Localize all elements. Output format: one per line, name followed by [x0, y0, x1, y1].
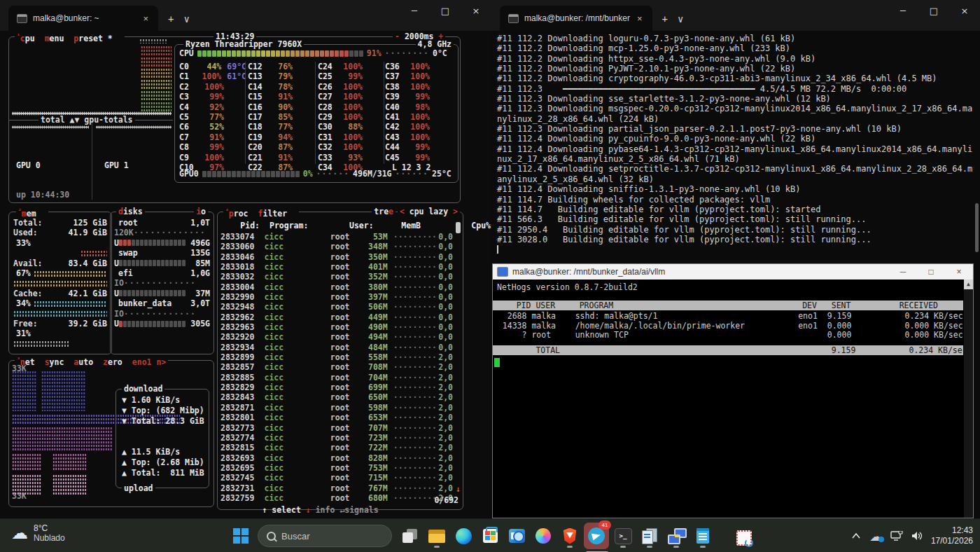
process-row[interactable]: 2832920ciccroot494M·········0,0	[220, 332, 453, 342]
log-line: #11 112.4 Downloading sniffio-1.3.1-py3-…	[497, 184, 976, 194]
process-panel-title[interactable]: ⁴procfilter	[223, 207, 299, 219]
tray-overflow-app-icon[interactable]	[736, 530, 752, 546]
mail-icon[interactable]	[504, 523, 529, 548]
tabbar-right: malka@bunker: /mnt/bunker × + ∨ ─ □ ×	[491, 0, 980, 31]
gpu0-label: GPU 0	[16, 160, 41, 170]
process-row[interactable]: 2832885ciccroot704M·········2,0	[220, 373, 453, 382]
scroll-down-icon[interactable]: ↓	[456, 484, 461, 494]
process-row[interactable]: 2832962ciccroot449M·········0,0	[220, 312, 453, 322]
upload-total: ▲ Total: 811 MiB	[122, 468, 204, 478]
volume-icon[interactable]	[911, 531, 923, 541]
weather-temp: 8°C	[34, 523, 65, 533]
process-row[interactable]: 2832948ciccroot506M·········0,0	[220, 302, 453, 312]
process-row[interactable]: 2832773ciccroot707M·········2,0	[220, 423, 453, 433]
disks-panel-title[interactable]: disks	[116, 207, 145, 216]
download-total: ▼ Total: 28.3 GiB	[122, 416, 204, 426]
cpu-panel: ¹cpumenupreset * 11:43:29 - 2000ms + tot…	[8, 36, 461, 203]
telegram-icon[interactable]: 41	[584, 523, 609, 548]
minimize-button[interactable]: ─	[889, 267, 917, 277]
process-row[interactable]: 2832731ciccroot767M·········2,0	[220, 483, 453, 493]
process-row[interactable]: 2833018ciccroot401M·········0,0	[220, 262, 453, 272]
process-row[interactable]: 2833032ciccroot352M·········0,0	[220, 272, 453, 282]
weather-condition: Nublado	[34, 533, 65, 543]
edge-icon[interactable]	[451, 523, 476, 548]
tab-dropdown-icon[interactable]: ∨	[678, 13, 683, 25]
nethogs-scrollbar[interactable]: ▲	[964, 280, 973, 518]
close-button[interactable]: ×	[949, 0, 980, 24]
memory-panel-title[interactable]: ²mem	[16, 207, 48, 219]
download-speed: ▼ 1.60 KiB/s	[122, 395, 180, 405]
process-row[interactable]: 2832695ciccroot753M·········2,0	[220, 463, 453, 473]
log-line: #11 112.4 Downloading pybase64-1.4.3-cp3…	[497, 144, 976, 165]
tree-toggle[interactable]: tree	[372, 207, 396, 216]
tab-right[interactable]: malka@bunker: /mnt/bunker ×	[500, 6, 652, 31]
minimize-button[interactable]: ─	[399, 0, 430, 24]
log-line: #11 112.2 Downloading cryptography-46.0.…	[497, 74, 976, 83]
process-row[interactable]: 2832693ciccroot828M·········2,0	[220, 453, 453, 463]
nethogs-total-row: TOTAL 9.159 0.234 KB/sec	[493, 345, 963, 355]
close-button[interactable]: ×	[945, 267, 973, 277]
log-line: #11 112.3 Downloading msgspec-0.20.0-cp3…	[497, 104, 976, 124]
file-explorer-icon[interactable]	[424, 523, 449, 548]
terminal-scrollbar-thumb[interactable]	[975, 203, 979, 252]
process-row[interactable]: 2833004ciccroot380M·········0,0	[220, 282, 453, 292]
maximize-button[interactable]: □	[917, 267, 945, 277]
winscp-icon[interactable]	[637, 523, 662, 548]
tab-title: malka@bunker: ~	[33, 13, 99, 23]
weather-widget[interactable]: ☁ 8°C Nublado	[11, 523, 65, 543]
close-button[interactable]: ×	[461, 0, 491, 24]
start-button[interactable]	[228, 523, 253, 548]
gpu1-graph-dots	[96, 125, 172, 129]
process-row[interactable]: 2832815ciccroot722M·········2,0	[220, 443, 453, 453]
minimize-button[interactable]: ─	[888, 0, 918, 24]
process-row[interactable]: 2832857ciccroot708M·········2,0	[220, 362, 453, 372]
taskbar-clock[interactable]: 12:43 17/01/2026	[931, 525, 973, 546]
process-row[interactable]: 2832774ciccroot723M·········2,0	[220, 433, 453, 443]
store-icon[interactable]	[477, 523, 503, 548]
process-row[interactable]: 2832843ciccroot650M·········2,0	[220, 393, 453, 403]
process-row[interactable]: 2832990ciccroot397M·········0,0	[220, 292, 453, 302]
new-tab-button[interactable]: +	[168, 13, 174, 25]
process-row[interactable]: 2832829ciccroot699M·········2,0	[220, 382, 453, 392]
terminal-icon[interactable]: >_	[610, 523, 636, 548]
tab-left[interactable]: malka@bunker: ~ ×	[8, 6, 158, 31]
maximize-button[interactable]: □	[918, 0, 949, 24]
nethogs-titlebar[interactable]: malka@bunker: /mnt/bunker_data/ai/vllm ─…	[493, 264, 973, 280]
process-row[interactable]: 2832934ciccroot484M·········0,0	[220, 343, 453, 352]
task-view-icon[interactable]	[398, 523, 423, 548]
new-tab-button[interactable]: +	[662, 13, 668, 25]
network-panel-title[interactable]: ³netsyncautozeroeno1 n>	[15, 355, 168, 367]
process-row[interactable]: 2832899ciccroot558M·········2,0	[220, 352, 453, 362]
putty-icon[interactable]	[664, 523, 689, 548]
process-scrollbar-thumb[interactable]	[456, 222, 461, 233]
process-row[interactable]: 2833060ciccroot348M·········0,0	[220, 242, 453, 251]
tab-dropdown-icon[interactable]: ∨	[183, 13, 189, 25]
process-row[interactable]: 2832963ciccroot490M·········0,0	[220, 322, 453, 332]
tab-close-icon[interactable]: ×	[636, 13, 644, 24]
copilot-icon[interactable]	[531, 523, 556, 548]
process-table[interactable]: 2833074ciccroot53M·········0,02833060cic…	[220, 232, 453, 503]
brave-icon[interactable]	[557, 523, 582, 548]
process-row[interactable]: 2832745ciccroot715M·········2,0	[220, 473, 453, 483]
upload-speed: ▲ 11.5 KiB/s	[122, 447, 180, 457]
process-row[interactable]: 2833074ciccroot53M·········0,0	[220, 232, 453, 242]
log-line: #11 112.2 Downloading PyJWT-2.10.1-py3-n…	[497, 64, 976, 74]
log-line: #11 114.7 Building editable for vllm (py…	[497, 205, 976, 214]
network-icon[interactable]	[890, 531, 903, 541]
tray-chevron-up-icon[interactable]	[851, 532, 861, 539]
scroll-up-icon: ▲	[964, 280, 973, 289]
tab-title: malka@bunker: /mnt/bunker	[524, 13, 630, 23]
maximize-button[interactable]: □	[430, 0, 461, 24]
cpu-total-row: CPU 91% ········ 0°C	[179, 48, 447, 58]
process-row[interactable]: 2833046ciccroot350M·········0,0	[220, 252, 453, 262]
process-row[interactable]: 2832871ciccroot598M·········2,0	[220, 403, 453, 413]
tab-close-icon[interactable]: ×	[141, 13, 150, 24]
disks-io-title[interactable]: io	[194, 207, 208, 216]
cpu-panel-title[interactable]: ¹cpumenupreset *	[15, 32, 125, 43]
process-row[interactable]: 2832801ciccroot653M·········2,0	[220, 413, 453, 422]
search-box[interactable]: Buscar	[258, 525, 392, 547]
notepad-icon[interactable]	[690, 523, 715, 548]
gpu-divider-label[interactable]: total ▲▼ gpu-totals	[38, 115, 135, 125]
sort-mode[interactable]: < cpu lazy >	[398, 207, 460, 216]
onedrive-icon[interactable]: ☁	[869, 529, 882, 544]
